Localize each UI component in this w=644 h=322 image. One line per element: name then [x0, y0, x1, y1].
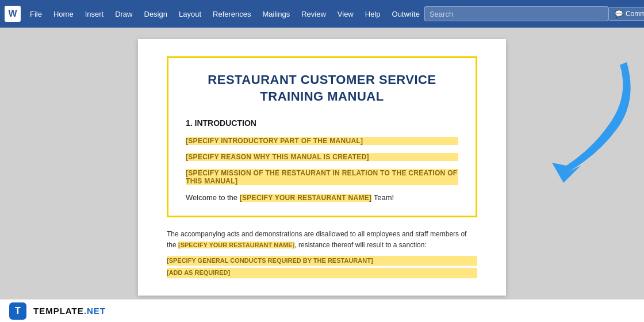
- blue-arrow-container: [535, 56, 638, 191]
- menu-layout[interactable]: Layout: [174, 7, 206, 21]
- word-logo: W: [5, 6, 21, 22]
- welcome-placeholder: [SPECIFY YOUR RESTAURANT NAME]: [240, 194, 372, 202]
- search-area: [424, 6, 608, 21]
- top-bar-right: 💬 Comments ✏️ Editing ▾ ↑ Share: [608, 7, 644, 21]
- menu-file[interactable]: File: [25, 7, 47, 21]
- brand-name: TEMPLATE.NET: [33, 306, 106, 316]
- menu-insert[interactable]: Insert: [80, 7, 109, 21]
- blue-arrow: [535, 56, 638, 189]
- below-paragraph: The accompanying acts and demonstrations…: [167, 229, 477, 251]
- top-bar-left: W File Home Insert Draw Design Layout Re…: [5, 6, 424, 22]
- welcome-line: Welcome to the [SPECIFY YOUR RESTAURANT …: [186, 193, 458, 202]
- below-add-required-placeholder: [ADD AS REQUIRED]: [167, 268, 477, 278]
- main-area: RESTAURANT CUSTOMER SERVICE TRAINING MAN…: [0, 28, 644, 322]
- template-logo: T: [9, 302, 26, 320]
- menu-home[interactable]: Home: [49, 7, 78, 21]
- placeholder-reason: [SPECIFY REASON WHY THIS MANUAL IS CREAT…: [186, 153, 458, 161]
- below-conducts-placeholder: [SPECIFY GENERAL CONDUCTS REQUIRED BY TH…: [167, 256, 477, 266]
- menu-outwrite[interactable]: Outwrite: [388, 7, 424, 21]
- section-1-heading: 1. INTRODUCTION: [186, 118, 458, 128]
- below-restaurant-placeholder: [SPECIFY YOUR RESTAURANT NAME]: [178, 241, 294, 248]
- placeholder-intro: [SPECIFY INTRODUCTORY PART OF THE MANUAL…: [186, 137, 458, 145]
- menu-help[interactable]: Help: [361, 7, 385, 21]
- placeholder-mission: [SPECIFY MISSION OF THE RESTAURANT IN RE…: [186, 169, 458, 185]
- top-bar: W File Home Insert Draw Design Layout Re…: [0, 0, 644, 28]
- below-content: The accompanying acts and demonstrations…: [167, 229, 477, 278]
- comments-button[interactable]: 💬 Comments: [608, 7, 644, 21]
- menu-mailings[interactable]: Mailings: [258, 7, 295, 21]
- document-area: RESTAURANT CUSTOMER SERVICE TRAINING MAN…: [0, 28, 644, 322]
- menu-references[interactable]: References: [208, 7, 255, 21]
- comment-icon: 💬: [615, 10, 623, 18]
- search-input[interactable]: [430, 10, 603, 18]
- bottom-bar: T TEMPLATE.NET: [0, 299, 644, 322]
- yellow-bordered-section: RESTAURANT CUSTOMER SERVICE TRAINING MAN…: [167, 56, 477, 217]
- menu-review[interactable]: Review: [297, 7, 331, 21]
- document-title: RESTAURANT CUSTOMER SERVICE TRAINING MAN…: [186, 72, 458, 105]
- menu-design[interactable]: Design: [140, 7, 172, 21]
- menu-view[interactable]: View: [333, 7, 358, 21]
- search-bar[interactable]: [424, 6, 608, 21]
- document-page: RESTAURANT CUSTOMER SERVICE TRAINING MAN…: [138, 39, 506, 296]
- menu-draw[interactable]: Draw: [110, 7, 137, 21]
